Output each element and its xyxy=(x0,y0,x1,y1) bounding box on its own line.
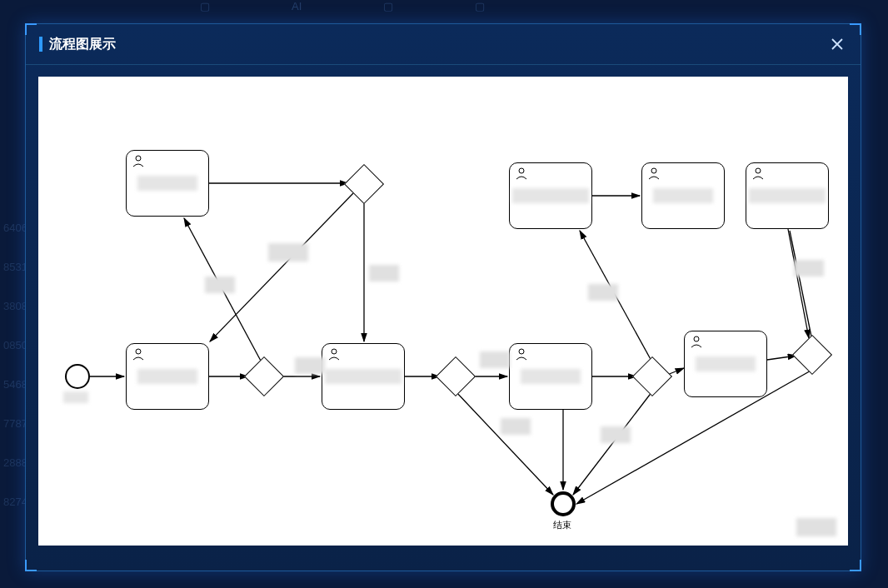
gateway-node[interactable] xyxy=(792,335,832,375)
bpmn-diagram: 结束 xyxy=(38,77,848,546)
svg-point-22 xyxy=(332,349,337,354)
svg-point-24 xyxy=(694,336,699,341)
user-icon xyxy=(751,167,765,180)
svg-line-7 xyxy=(767,356,796,360)
start-event[interactable] xyxy=(65,364,90,389)
user-task-node[interactable] xyxy=(684,331,767,397)
edge-label-redacted xyxy=(588,284,618,301)
svg-point-21 xyxy=(136,156,141,161)
top-nav-ghost: ▢AI▢▢ xyxy=(0,0,888,17)
svg-point-25 xyxy=(519,168,524,173)
corner-decoration xyxy=(25,560,37,571)
title-accent-bar xyxy=(39,37,42,52)
gateway-node[interactable] xyxy=(244,356,284,396)
close-icon xyxy=(831,37,844,51)
task-label-redacted xyxy=(137,176,197,191)
edge-label-redacted xyxy=(601,426,631,443)
svg-line-15 xyxy=(790,231,812,341)
close-button[interactable] xyxy=(827,34,847,54)
user-task-node[interactable] xyxy=(322,343,405,410)
task-label-redacted xyxy=(696,356,756,371)
edge-label-redacted xyxy=(501,418,531,435)
svg-point-20 xyxy=(136,349,141,354)
modal-title-text: 流程图展示 xyxy=(49,36,116,53)
user-task-node[interactable] xyxy=(509,162,592,229)
gateway-node[interactable] xyxy=(436,356,476,396)
user-task-node[interactable] xyxy=(746,162,829,229)
gateway-node[interactable] xyxy=(344,164,384,204)
task-label-redacted xyxy=(749,188,826,203)
modal-title: 流程图展示 xyxy=(39,36,116,53)
start-label-redacted xyxy=(63,391,88,403)
task-label-redacted xyxy=(653,188,713,203)
edge-label-redacted xyxy=(369,265,399,282)
user-task-node[interactable] xyxy=(641,162,725,229)
svg-line-10 xyxy=(210,193,353,341)
user-icon xyxy=(690,335,703,348)
user-icon xyxy=(515,167,528,180)
user-icon xyxy=(327,347,341,361)
user-task-node[interactable] xyxy=(126,150,209,217)
end-event[interactable] xyxy=(551,491,576,516)
user-icon xyxy=(647,167,661,180)
gateway-node[interactable] xyxy=(632,356,672,396)
task-label-redacted xyxy=(325,369,402,384)
corner-decoration xyxy=(25,23,37,35)
task-label-redacted xyxy=(521,369,581,384)
edge-label-redacted xyxy=(480,351,510,368)
svg-line-14 xyxy=(788,229,809,338)
end-event-label: 结束 xyxy=(553,519,571,531)
user-icon xyxy=(132,347,145,361)
flowchart-modal: 流程图展示 xyxy=(25,23,861,571)
svg-point-27 xyxy=(756,168,761,173)
svg-point-26 xyxy=(651,168,656,173)
edge-label-redacted xyxy=(268,243,308,262)
user-task-node[interactable] xyxy=(126,343,209,410)
corner-decoration xyxy=(850,23,861,35)
modal-header: 流程图展示 xyxy=(26,24,861,65)
user-icon xyxy=(515,347,528,361)
corner-decoration xyxy=(850,560,861,571)
user-icon xyxy=(132,154,145,167)
edge-label-redacted xyxy=(295,357,325,374)
diagram-canvas[interactable]: 结束 xyxy=(38,77,848,546)
task-label-redacted xyxy=(137,369,197,384)
svg-point-23 xyxy=(519,349,524,354)
edge-label-redacted xyxy=(794,260,824,277)
edge-label-redacted xyxy=(205,277,235,293)
edge-label-redacted xyxy=(796,518,836,536)
user-task-node[interactable] xyxy=(509,343,592,410)
task-label-redacted xyxy=(512,188,589,203)
diagram-edges xyxy=(38,77,848,546)
